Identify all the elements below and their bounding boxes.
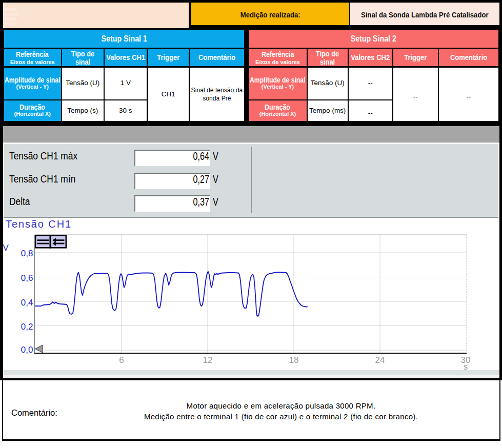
svg-text:24: 24 [375, 355, 385, 365]
svg-text:0,8: 0,8 [21, 249, 33, 258]
svg-text:0,2: 0,2 [21, 322, 33, 332]
svg-text:0,4: 0,4 [21, 298, 33, 308]
svg-text:18: 18 [289, 355, 299, 365]
svg-text:V: V [3, 243, 9, 253]
svg-text:12: 12 [203, 355, 213, 365]
svg-text:6: 6 [119, 355, 124, 365]
svg-text:Tensão CH1: Tensão CH1 [6, 218, 72, 230]
svg-text:0,0: 0,0 [21, 345, 33, 355]
svg-text:0,6: 0,6 [21, 273, 33, 283]
